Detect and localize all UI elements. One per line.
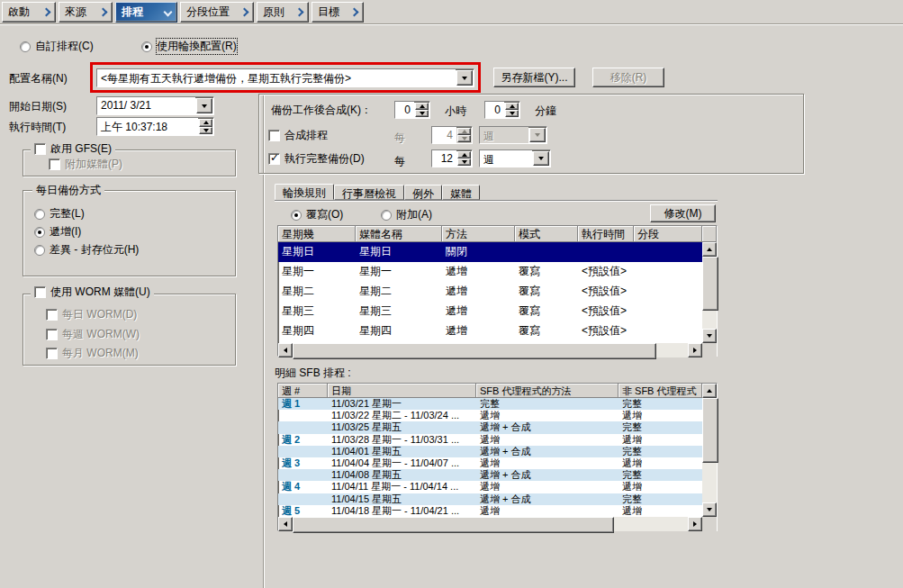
sfb-row[interactable]: 11/03/22 星期二 - 11/03/24 ...遞增遞增 [278, 410, 717, 421]
append-media-checkbox: 附加媒體(P) [49, 157, 122, 172]
dropdown-arrow-icon[interactable] [456, 70, 473, 86]
start-date-value[interactable]: 2011/ 3/21 [97, 97, 195, 114]
wizard-tab-6[interactable]: 目標 [312, 2, 364, 23]
sfb-row[interactable]: 週 511/04/18 星期一 - 11/04/21 ...遞增遞增 [278, 505, 717, 517]
minutes-value[interactable]: 0 [485, 102, 504, 118]
wizard-tab-1[interactable]: 啟動 [2, 2, 56, 23]
spinner-buttons[interactable] [199, 119, 212, 134]
radio-custom-schedule[interactable]: 自訂排程(C) [20, 39, 94, 54]
dropdown-arrow-icon[interactable] [533, 151, 549, 166]
scroll-down-icon[interactable] [702, 502, 717, 517]
spin-up-icon[interactable] [457, 151, 471, 158]
start-date-picker[interactable]: 2011/ 3/21 [96, 96, 214, 115]
radio-full-backup[interactable]: 完整(L) [34, 206, 85, 222]
spinner-buttons[interactable] [415, 103, 429, 117]
rotation-column-header[interactable]: 方法 [442, 226, 515, 242]
scroll-down-icon[interactable] [702, 329, 717, 343]
use-worm-checkbox[interactable]: 使用 WORM 媒體(U) [31, 285, 154, 298]
vscroll-thumb[interactable] [702, 257, 718, 311]
spinner-buttons[interactable] [505, 103, 519, 117]
sfb-week-cell [278, 469, 328, 481]
sfb-vscrollbar[interactable] [702, 384, 717, 517]
sfb-row[interactable]: 11/04/08 星期五遞增 + 合成完整 [278, 469, 717, 481]
rotation-row[interactable]: 星期二星期二遞增覆寫<預設值> [278, 282, 717, 302]
save-as-button[interactable]: 另存新檔(Y)... [493, 68, 575, 87]
scroll-right-icon[interactable] [688, 343, 702, 357]
minutes-spinner[interactable]: 0 [484, 101, 520, 119]
scroll-left-icon[interactable] [278, 343, 293, 357]
spin-up-icon[interactable] [199, 119, 212, 127]
hscroll-thumb[interactable] [293, 343, 656, 359]
scroll-right-icon[interactable] [688, 517, 702, 531]
sfb-cell: 11/04/15 星期五 [328, 493, 476, 505]
sfb-row[interactable]: 11/03/25 星期五遞增 + 合成完整 [278, 421, 717, 433]
hours-spinner[interactable]: 0 [394, 101, 430, 119]
scroll-up-icon[interactable] [702, 384, 717, 398]
sfb-row[interactable]: 11/04/15 星期五遞增 + 合成完整 [278, 493, 717, 505]
sfb-column-header[interactable]: SFB 代理程式的方法 [476, 384, 619, 398]
scroll-up-icon[interactable] [702, 242, 717, 257]
wizard-tab-2[interactable]: 來源 [59, 2, 113, 23]
modify-button[interactable]: 修改(M) [650, 204, 716, 222]
wizard-tab-4[interactable]: 分段位置 [180, 2, 254, 23]
sfb-cell: 11/04/08 星期五 [328, 469, 476, 481]
sfb-column-header[interactable]: 日期 [328, 384, 476, 398]
spinner-buttons[interactable] [457, 151, 471, 166]
run-full-backup-checkbox[interactable]: 執行完整備份(D) [268, 151, 365, 167]
radio-icon [20, 41, 31, 52]
detail-tab-4[interactable]: 媒體 [442, 185, 480, 200]
vscroll-thumb[interactable] [702, 398, 718, 463]
full-interval-value[interactable]: 12 [432, 150, 456, 167]
config-name-combobox[interactable]: <每星期有五天執行遞增備份，星期五執行完整備份> [96, 68, 474, 87]
full-unit-dropdown[interactable]: 週 [479, 149, 551, 167]
hscroll-thumb[interactable] [293, 517, 614, 533]
radio-incremental-backup[interactable]: 遞增(I) [34, 224, 81, 240]
rotation-row[interactable]: 星期三星期三遞增覆寫<預設值> [278, 302, 717, 321]
detail-tab-1[interactable]: 輪換規則 [275, 184, 334, 200]
wizard-tab-label: 排程 [122, 5, 143, 20]
rotation-column-header[interactable]: 星期幾 [278, 226, 356, 242]
radio-overwrite[interactable]: 覆寫(O) [291, 207, 343, 222]
detail-tab-2[interactable]: 行事曆檢視 [334, 185, 404, 200]
run-time-spinner[interactable]: 上午 10:37:18 [96, 117, 214, 136]
synthesis-schedule-checkbox[interactable]: 合成排程 [268, 128, 328, 143]
sfb-column-header[interactable]: 非 SFB 代理程式 [619, 384, 702, 398]
rotation-column-header[interactable]: 模式 [515, 226, 578, 242]
config-name-value[interactable]: <每星期有五天執行遞增備份，星期五執行完整備份> [97, 69, 456, 86]
spin-up-icon [457, 128, 471, 135]
rotation-row[interactable]: 星期四星期四遞增覆寫<預設值> [278, 321, 717, 341]
full-interval-spinner[interactable]: 12 [431, 149, 473, 167]
sfb-row[interactable]: 週 311/04/04 星期一 - 11/04/07 ...遞增遞增 [278, 457, 717, 469]
full-unit-value[interactable]: 週 [480, 150, 532, 167]
run-time-value[interactable]: 上午 10:37:18 [97, 118, 198, 135]
sfb-row[interactable]: 週 211/03/28 星期一 - 11/03/31 ...遞增遞增 [278, 434, 717, 446]
rotation-row[interactable]: 星期日星期日關閉 [278, 242, 717, 262]
hours-value[interactable]: 0 [395, 102, 414, 118]
wizard-tab-3[interactable]: 排程 [115, 2, 177, 23]
wizard-tab-5[interactable]: 原則 [257, 2, 309, 23]
rotation-row[interactable]: 星期一星期一遞增覆寫<預設值> [278, 262, 717, 282]
detail-tab-3[interactable]: 例外 [404, 185, 442, 200]
sfb-row[interactable]: 週 411/04/11 星期一 - 11/04/14 ...遞增遞增 [278, 481, 717, 493]
sfb-hscrollbar[interactable] [278, 517, 702, 531]
rotation-column-header[interactable]: 分段 [634, 226, 702, 242]
enable-gfs-checkbox[interactable]: 啟用 GFS(E) [31, 142, 115, 155]
rotation-hscrollbar[interactable] [278, 343, 702, 357]
spin-down-icon[interactable] [415, 110, 429, 117]
spin-down-icon[interactable] [457, 158, 471, 166]
dropdown-arrow-icon[interactable] [196, 98, 212, 113]
sfb-row[interactable]: 11/04/01 星期五遞增 + 合成完整 [278, 446, 717, 457]
radio-differential-backup[interactable]: 差異 - 封存位元(H) [34, 242, 139, 258]
radio-append[interactable]: 附加(A) [381, 207, 432, 222]
spin-up-icon[interactable] [505, 103, 519, 110]
rotation-column-header[interactable]: 執行時間 [578, 226, 634, 242]
rotation-column-header[interactable]: 媒體名稱 [356, 226, 442, 242]
spin-down-icon[interactable] [505, 110, 519, 117]
rotation-vscrollbar[interactable] [702, 242, 717, 343]
sfb-column-header[interactable]: 週 # [278, 384, 328, 398]
spin-up-icon[interactable] [415, 103, 429, 110]
scroll-left-icon[interactable] [278, 517, 293, 531]
radio-rotation-scheme[interactable]: 使用輪換配置(R) [141, 39, 237, 54]
sfb-row[interactable]: 週 111/03/21 星期一完整完整 [278, 398, 717, 410]
spin-down-icon[interactable] [199, 127, 212, 135]
